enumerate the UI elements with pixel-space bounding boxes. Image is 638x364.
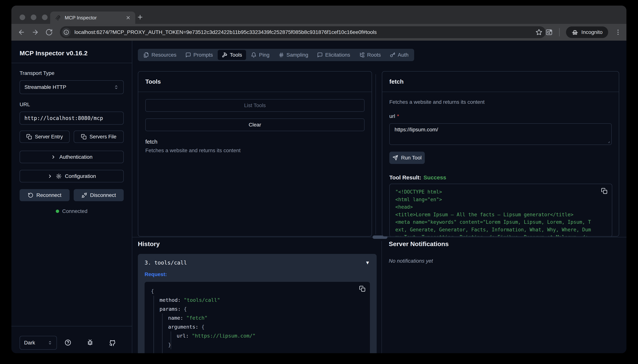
- server-url-value: http://localhost:8080/mcp: [25, 115, 103, 121]
- side-panel-search-icon[interactable]: [545, 28, 553, 36]
- disconnect-button[interactable]: Disconnect: [74, 189, 124, 201]
- history-title: History: [138, 240, 377, 248]
- browser-toolbar: localhost:6274/?MCP_PROXY_AUTH_TOKEN=9e7…: [11, 24, 626, 40]
- toolbar-divider: [559, 28, 560, 36]
- tool-result-code-block[interactable]: "<!DOCTYPE html> <html lang="en"> <head>…: [389, 184, 612, 236]
- tools-panel-title: Tools: [145, 78, 161, 85]
- history-panel: History 3. tools/call ▼ Request: { me: [138, 240, 377, 353]
- list-tools-button[interactable]: List Tools: [145, 99, 364, 112]
- forward-icon[interactable]: [32, 28, 39, 36]
- theme-select[interactable]: Dark: [20, 336, 57, 350]
- app-title: MCP Inspector v0.16.2: [20, 50, 124, 57]
- tab-resources[interactable]: Resources: [139, 50, 180, 60]
- authentication-expander[interactable]: Authentication: [20, 151, 124, 163]
- run-tool-button[interactable]: Run Tool: [389, 152, 425, 164]
- tab-sampling[interactable]: Sampling: [274, 50, 312, 60]
- browser-tabstrip: MCP Inspector: [11, 6, 626, 24]
- incognito-icon: [572, 29, 578, 36]
- browser-window: MCP Inspector: [11, 6, 626, 353]
- resize-handle-icon[interactable]: [605, 138, 610, 144]
- copy-icon: [81, 134, 87, 140]
- tab-title: MCP Inspector: [65, 15, 122, 21]
- tab-tools[interactable]: Tools: [218, 50, 246, 60]
- transport-type-value: Streamable HTTP: [25, 84, 114, 90]
- pane-divider-vertical[interactable]: [375, 74, 376, 234]
- hash-icon: [279, 52, 284, 58]
- tab-auth[interactable]: Auth: [386, 50, 413, 60]
- folder-tree-icon: [359, 52, 365, 58]
- tools-panel-header: Tools: [138, 72, 372, 92]
- back-icon[interactable]: [18, 28, 25, 36]
- reload-icon[interactable]: [45, 28, 53, 36]
- traffic-light-close[interactable]: [20, 14, 25, 20]
- url-field-label: URL: [20, 102, 124, 108]
- unplug-icon: [82, 192, 87, 198]
- required-marker: *: [397, 113, 399, 119]
- url-param-value: https://lipsum.com/: [394, 127, 438, 132]
- configuration-expander[interactable]: Configuration: [20, 170, 124, 182]
- collapse-caret-icon[interactable]: ▼: [365, 260, 370, 266]
- sidebar-header: MCP Inspector v0.16.2: [11, 40, 132, 63]
- rotate-ccw-icon: [28, 192, 33, 198]
- tool-result-row: Tool Result:Success: [389, 174, 612, 181]
- clear-tools-button[interactable]: Clear: [145, 118, 364, 131]
- tool-detail-title: fetch: [389, 78, 403, 85]
- mcp-favicon-icon: [55, 14, 61, 21]
- reconnect-button[interactable]: Reconnect: [20, 189, 70, 201]
- bookmark-star-icon[interactable]: [536, 29, 542, 36]
- tool-result-label: Tool Result:: [389, 174, 421, 180]
- browser-tab[interactable]: MCP Inspector: [50, 12, 135, 24]
- status-text: Connected: [62, 208, 87, 214]
- gear-icon: [56, 174, 62, 179]
- tools-panel: Tools List Tools Clear fetch Fetches a w…: [138, 71, 372, 236]
- chevron-right-icon: [47, 174, 53, 179]
- site-info-icon[interactable]: [62, 28, 71, 37]
- param-label: url: [389, 113, 395, 119]
- server-notifications-panel: Server Notifications No notifications ye…: [389, 240, 619, 353]
- copy-result-button[interactable]: [601, 188, 607, 194]
- request-json-block[interactable]: { method: "tools/call" params: { name: "…: [145, 282, 370, 353]
- url-bar[interactable]: localhost:6274/?MCP_PROXY_AUTH_TOKEN=9e7…: [60, 26, 546, 38]
- server-entry-button[interactable]: Server Entry: [20, 130, 70, 143]
- incognito-badge: Incognito: [566, 26, 608, 38]
- notifications-empty-text: No notifications yet: [389, 258, 619, 264]
- history-entry-header[interactable]: 3. tools/call ▼: [138, 254, 377, 270]
- tab-elicitations[interactable]: Elicitations: [313, 50, 354, 60]
- new-tab-button[interactable]: [137, 14, 143, 20]
- copy-request-button[interactable]: [359, 286, 365, 292]
- bell-icon: [251, 52, 257, 58]
- feature-tabs: Resources Prompts Tools Ping: [138, 49, 414, 61]
- sidebar: MCP Inspector v0.16.2 Transport Type Str…: [11, 40, 132, 353]
- mcp-inspector-app: MCP Inspector v0.16.2 Transport Type Str…: [11, 40, 626, 353]
- tab-prompts[interactable]: Prompts: [181, 50, 217, 60]
- tab-close-icon[interactable]: [126, 15, 131, 20]
- url-param-textarea[interactable]: https://lipsum.com/: [389, 123, 612, 145]
- sidebar-body: Transport Type Streamable HTTP URL http:…: [11, 63, 132, 214]
- server-url-input[interactable]: http://localhost:8080/mcp: [20, 112, 124, 124]
- traffic-light-minimize[interactable]: [31, 14, 36, 20]
- copy-icon: [26, 134, 32, 140]
- tool-name: fetch: [145, 138, 364, 145]
- message-square-icon: [185, 52, 191, 58]
- github-icon[interactable]: [109, 339, 116, 346]
- tool-detail-header: fetch: [382, 72, 619, 92]
- help-icon[interactable]: [65, 339, 71, 346]
- browser-menu-icon[interactable]: [614, 29, 621, 36]
- tool-list-item[interactable]: fetch Fetches a website and returns its …: [145, 138, 364, 154]
- traffic-light-zoom[interactable]: [42, 14, 48, 20]
- tab-ping[interactable]: Ping: [247, 50, 274, 60]
- servers-file-button[interactable]: Servers File: [74, 130, 124, 143]
- bottom-pane-divider[interactable]: [381, 241, 382, 353]
- window-controls: [20, 14, 48, 20]
- bug-icon[interactable]: [87, 339, 93, 346]
- transport-type-select[interactable]: Streamable HTTP: [20, 80, 124, 94]
- history-entry-card: 3. tools/call ▼ Request: { method: "tool…: [138, 254, 377, 353]
- message-square-icon: [317, 52, 323, 58]
- history-entry-label: 3. tools/call: [145, 260, 365, 266]
- screen: MCP Inspector: [0, 0, 638, 364]
- hammer-icon: [222, 52, 228, 58]
- sidebar-footer: Dark: [11, 326, 132, 353]
- theme-value: Dark: [24, 340, 48, 346]
- tab-roots[interactable]: Roots: [355, 50, 385, 60]
- tool-detail-description: Fetches a website and returns its conten…: [389, 99, 612, 105]
